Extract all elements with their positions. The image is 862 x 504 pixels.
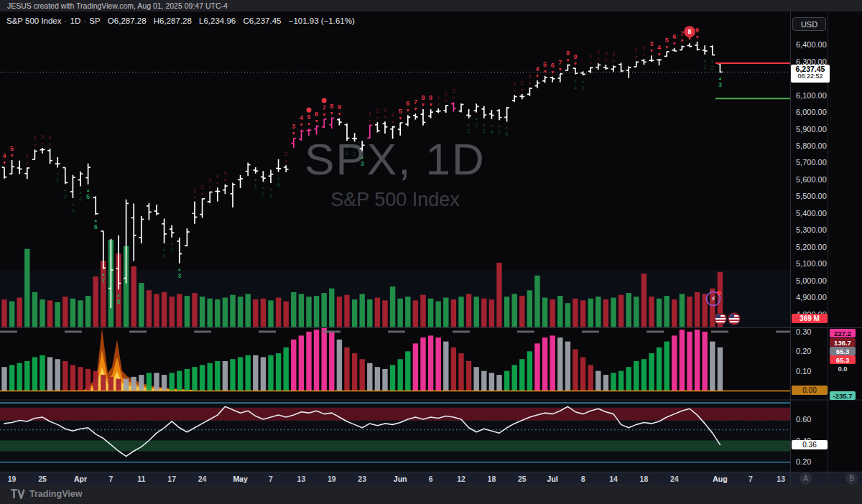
time-label: May <box>233 475 247 483</box>
time-label: 23 <box>358 475 366 483</box>
svg-text:3: 3 <box>483 128 486 134</box>
bar-countdown: 06:22:52 <box>791 73 830 80</box>
svg-text:▼: ▼ <box>513 88 516 93</box>
svg-text:▼: ▼ <box>307 121 311 126</box>
time-label: 19 <box>328 475 336 483</box>
svg-text:2: 2 <box>376 108 379 114</box>
tradingview-chart-window: JESUS created with TradingView.com, Aug … <box>0 0 862 504</box>
svg-text:3: 3 <box>269 192 273 199</box>
svg-text:▼: ▼ <box>612 59 616 63</box>
indicator-scale-label: 0.20 <box>796 347 811 355</box>
svg-text:▼: ▼ <box>596 57 600 61</box>
time-label: 6 <box>429 475 433 483</box>
svg-text:▼: ▼ <box>550 70 555 75</box>
pane-button-a[interactable]: A <box>800 472 812 485</box>
svg-text:▼: ▼ <box>337 111 341 116</box>
svg-text:▲: ▲ <box>116 292 121 297</box>
svg-text:1: 1 <box>56 177 60 183</box>
svg-text:7: 7 <box>414 98 417 106</box>
svg-text:▼: ▼ <box>322 112 326 117</box>
svg-text:▲: ▲ <box>482 122 486 126</box>
hist-zero-badge: 0.00 <box>792 386 828 395</box>
svg-text:1: 1 <box>254 183 258 190</box>
oscillator-value-badge: 0.36 <box>792 440 828 449</box>
svg-text:▼: ▼ <box>664 45 669 50</box>
exchange-label: SP <box>89 17 100 25</box>
svg-text:▲: ▲ <box>703 58 707 62</box>
svg-text:2: 2 <box>581 85 585 91</box>
svg-text:2: 2 <box>170 247 174 253</box>
svg-text:2: 2 <box>475 122 478 129</box>
time-label: Jul <box>547 475 558 483</box>
tradingview-logo[interactable]: TradingView <box>10 489 82 499</box>
svg-text:1: 1 <box>346 150 349 157</box>
svg-text:2: 2 <box>284 151 288 157</box>
svg-text:1: 1 <box>635 47 639 53</box>
price-label: 5,000.00 <box>796 276 827 285</box>
svg-text:5: 5 <box>399 108 402 115</box>
svg-text:▼: ▼ <box>216 181 219 185</box>
price-label: 5,200.00 <box>796 243 827 251</box>
price-label: 5,500.00 <box>796 192 827 200</box>
svg-text:5: 5 <box>307 113 310 121</box>
svg-text:1: 1 <box>513 80 516 87</box>
svg-text:2: 2 <box>353 151 356 157</box>
svg-text:▼: ▼ <box>9 153 14 158</box>
svg-text:▲: ▲ <box>498 123 501 128</box>
svg-text:9: 9 <box>695 27 699 34</box>
chart-plot-layer[interactable]: 4▼5▼1▼2▼3▼4▼▲1▲2▲3▲4▲5▲6▲7▲8▲1▲2▲31▼2▼3▼… <box>0 0 862 504</box>
svg-text:▲: ▲ <box>581 79 585 83</box>
svg-text:2: 2 <box>597 49 601 55</box>
svg-text:▼: ▼ <box>48 142 52 146</box>
svg-text:2: 2 <box>64 193 68 200</box>
svg-text:▲: ▲ <box>101 271 106 276</box>
svg-text:1: 1 <box>467 128 471 134</box>
svg-text:▼: ▼ <box>649 48 654 53</box>
pane-button-b[interactable]: B <box>845 472 858 485</box>
svg-text:5: 5 <box>665 37 669 44</box>
svg-text:1: 1 <box>26 153 29 159</box>
svg-text:▼: ▼ <box>391 120 394 124</box>
svg-text:1: 1 <box>703 64 707 70</box>
svg-text:▼: ▼ <box>376 116 379 120</box>
svg-text:4: 4 <box>48 134 52 141</box>
svg-text:▲: ▲ <box>710 59 714 63</box>
svg-text:7: 7 <box>323 104 326 111</box>
svg-text:▼: ▼ <box>452 95 455 100</box>
svg-text:3: 3 <box>452 88 455 94</box>
time-label: 7 <box>108 475 113 483</box>
svg-text:▼: ▼ <box>406 108 410 113</box>
svg-text:▼: ▼ <box>542 69 547 74</box>
svg-text:4: 4 <box>612 51 616 57</box>
svg-text:▼: ▼ <box>535 73 539 78</box>
time-label: 19 <box>8 475 17 483</box>
time-label: 14 <box>609 475 618 483</box>
time-label: 18 <box>640 475 649 483</box>
time-label: 7 <box>269 475 273 483</box>
svg-text:▲: ▲ <box>71 202 75 206</box>
svg-text:▼: ▼ <box>223 178 227 182</box>
svg-text:▲: ▲ <box>718 75 722 80</box>
svg-text:8: 8 <box>421 94 425 101</box>
symbol-name[interactable]: S&P 500 Index <box>6 17 62 25</box>
svg-text:3: 3 <box>361 160 364 167</box>
svg-text:4: 4 <box>79 196 83 202</box>
svg-text:1: 1 <box>589 52 593 59</box>
price-label: 5,700.00 <box>796 158 827 167</box>
indicator-scale-label: 0.10 <box>796 367 811 375</box>
svg-text:▲: ▲ <box>277 176 280 180</box>
ohlc-low: L6,234.96 <box>199 17 236 25</box>
currency-toggle-button[interactable]: USD <box>792 17 826 31</box>
time-label: Aug <box>713 475 727 483</box>
svg-text:▲: ▲ <box>574 78 578 83</box>
svg-text:8: 8 <box>330 103 333 110</box>
svg-text:4: 4 <box>2 152 6 159</box>
svg-text:2: 2 <box>711 65 715 71</box>
svg-text:3: 3 <box>384 107 387 113</box>
svg-text:▼: ▼ <box>208 185 212 190</box>
svg-text:6: 6 <box>551 62 555 69</box>
timeframe-label[interactable]: 1D <box>70 17 81 25</box>
svg-text:▼: ▼ <box>642 52 646 57</box>
svg-text:5: 5 <box>86 193 90 200</box>
svg-text:▼: ▼ <box>695 34 699 39</box>
